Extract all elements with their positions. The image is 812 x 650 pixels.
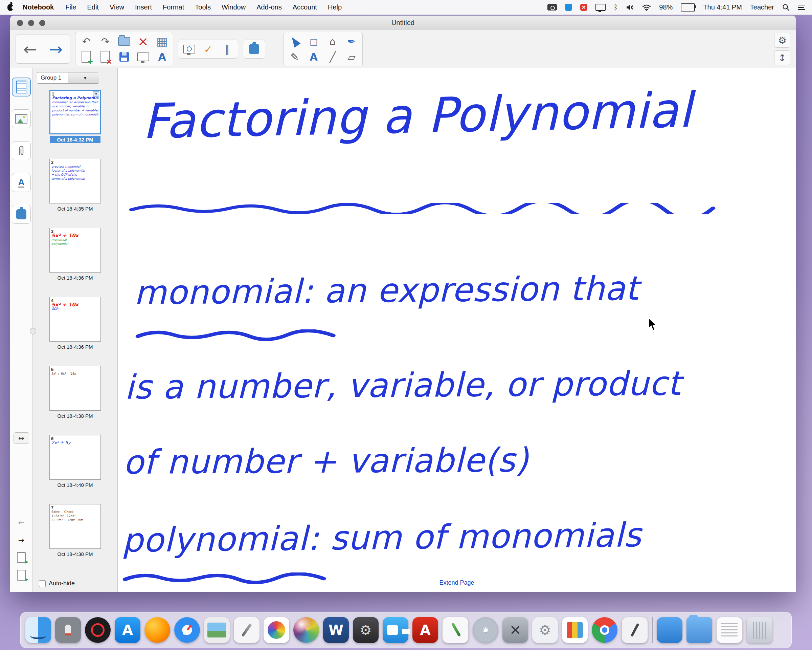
menu-help[interactable]: Help [322,3,347,11]
dock-icon-preview[interactable] [204,617,230,643]
dock-icon-app-blue[interactable] [657,617,682,643]
dock-icon-acrobat[interactable] [412,617,438,643]
toolbar-move-button[interactable]: ↕ [774,50,791,65]
dock-icon-dvd-player[interactable] [473,617,498,643]
dock-icon-pen-tablet[interactable] [621,617,648,643]
dock-icon-utilities[interactable] [353,617,379,643]
auto-hide-checkbox[interactable] [39,580,46,587]
spotlight-search-icon[interactable] [782,4,790,11]
dock-icon-marble-app[interactable] [293,617,319,643]
response-check-button[interactable]: ✓ [199,42,217,56]
save-button[interactable] [115,50,133,64]
menu-account[interactable]: Account [287,3,322,11]
page-menu-chevron-icon[interactable]: ▼ [93,92,99,97]
dock-icon-launcher-grid[interactable] [562,617,588,643]
screen-capture-button[interactable] [180,42,198,56]
panel-resize-handle[interactable] [30,328,36,335]
dock-icon-markup[interactable] [234,617,259,643]
dock-icon-tools[interactable] [502,617,528,643]
delete-button[interactable]: × [134,34,152,48]
tab-gallery[interactable] [12,109,31,128]
menu-edit[interactable]: Edit [81,3,104,11]
whiteboard-canvas[interactable]: Factoring a Polynomial monomial: an expr… [118,68,796,592]
export-page-button[interactable] [14,552,29,563]
tab-page-sorter[interactable] [12,78,31,96]
insert-table-button[interactable]: ▦ [153,34,171,48]
dock-icon-documents[interactable] [716,617,743,643]
page-thumbnail-7[interactable]: 7 Solve + Check 1) 8a⁵b⁶ - 12ab² 2) -9m³… [48,504,102,558]
delete-page-button[interactable]: × [96,50,114,64]
menubar-clock[interactable]: Thu 4:41 PM [703,3,742,11]
tab-attachments[interactable] [12,141,31,160]
screen-record-icon[interactable] [548,4,557,11]
line-tool-button[interactable]: ╱ [324,50,341,64]
menu-tools[interactable]: Tools [189,3,216,11]
dock-icon-finder[interactable] [25,617,51,643]
next-page-button[interactable]: → [44,37,68,61]
notification-center-icon[interactable] [798,3,805,12]
addons-button[interactable] [245,42,263,56]
window-titlebar[interactable]: Untitled [10,15,796,30]
redo-button[interactable]: ↷ [96,34,114,48]
close-window-button[interactable] [17,20,23,26]
dock-icon-photos[interactable] [264,617,289,643]
page-thumbnail-1[interactable]: 1 ▼ Factoring a Polynomial monomial: an … [48,90,102,143]
dock-icon-dashboard[interactable] [85,617,111,643]
page-thumbnail-4[interactable]: 4 5x² + 10x GCF: Oct 18-4:36 PM [48,297,102,350]
minimize-window-button[interactable] [28,20,34,26]
open-file-button[interactable] [115,34,133,48]
toolbar-settings-button[interactable]: ⚙ [774,33,791,48]
page-back-button[interactable]: ← [14,517,29,528]
text-tool-button[interactable]: A [305,50,322,64]
menu-view[interactable]: View [104,3,130,11]
pens-tool-button[interactable]: ✎ [286,50,304,64]
ink-tool-button[interactable]: ✒ [343,34,360,48]
dock-icon-word[interactable] [323,617,349,643]
screen-shade-button[interactable] [134,50,152,64]
zoom-window-button[interactable] [39,20,45,26]
dock-icon-app-store[interactable] [115,617,140,643]
group-dropdown[interactable]: Group 1 ▼ [37,72,99,84]
blue-app-status-icon[interactable] [565,4,572,11]
text-style-button[interactable]: A [153,50,171,64]
display-mirroring-icon[interactable] [595,4,606,11]
dock-icon-smart-notebook[interactable] [442,617,469,643]
menu-format[interactable]: Format [157,3,189,11]
expand-panel-button[interactable]: ↔ [14,432,29,444]
apple-menu-icon[interactable] [8,4,13,11]
menu-addons[interactable]: Add-ons [251,3,287,11]
page-thumbnail-6[interactable]: 6 2x² + 5y Oct 18-4:40 PM [48,435,102,488]
dock-icon-safari[interactable] [174,617,200,643]
page-forward-button[interactable]: → [14,535,29,545]
dock-icon-trash[interactable] [747,617,772,643]
manipulatives-button[interactable]: ∥ [218,42,236,56]
dock-icon-camera-app[interactable] [383,617,408,643]
dock-icon-folder[interactable] [687,617,712,643]
import-page-button[interactable] [14,570,29,581]
previous-page-button[interactable]: ← [18,37,42,61]
user-menu[interactable]: Teacher [750,3,774,11]
app-menu-notebook[interactable]: Notebook [17,3,60,11]
tab-addons[interactable] [12,205,31,224]
eraser-tool-button[interactable]: ▱ [343,50,360,64]
dock-icon-firefox[interactable] [145,617,170,643]
menu-insert[interactable]: Insert [130,3,157,11]
wifi-icon[interactable] [642,4,651,11]
page-thumbnail-3[interactable]: 3 5x² + 10x monomial polynomial Oct 18-4… [48,228,102,281]
volume-icon[interactable] [626,4,634,11]
extend-page-link[interactable]: Extend Page [439,579,474,586]
dock-icon-launchpad[interactable] [55,617,81,643]
tab-properties[interactable]: A [12,173,31,192]
select-tool-button[interactable] [286,34,304,48]
polygon-tool-button[interactable]: ⌂ [324,34,341,48]
menu-window[interactable]: Window [216,3,251,11]
bluetooth-icon[interactable]: ᛒ [614,3,618,12]
page-thumbnail-5[interactable]: 5 4x⁵ + 6x³ + 14x Oct 18-4:38 PM [48,366,102,419]
undo-button[interactable]: ↶ [78,34,95,48]
dock-icon-chrome[interactable] [592,617,617,643]
page-thumbnail-2[interactable]: 2 greatest monomial factor of a polynomi… [48,159,102,212]
shapes-tool-button[interactable]: ◻ [305,34,322,48]
red-close-status-icon[interactable]: ✕ [580,4,588,11]
add-page-button[interactable]: + [78,50,95,64]
dock-icon-automator[interactable] [532,617,558,643]
